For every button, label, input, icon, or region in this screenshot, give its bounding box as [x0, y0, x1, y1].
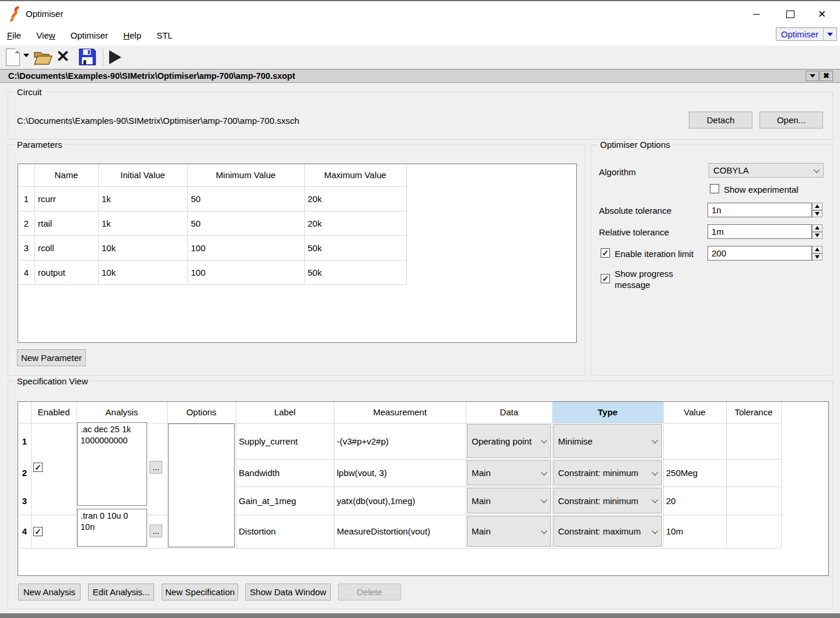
type-select[interactable]: Constraint: minimum [553, 488, 662, 513]
analysis-enabled-checkbox[interactable]: ✓ [33, 527, 43, 536]
type-select[interactable]: Constraint: minimum [553, 460, 662, 485]
spec-value-cell[interactable]: 20 [666, 487, 676, 515]
spec-measurement-cell[interactable]: lpbw(vout, 3) [337, 459, 387, 487]
app-logo-icon [8, 6, 22, 22]
chevron-down-icon [541, 497, 547, 503]
chevron-down-icon[interactable] [824, 33, 836, 36]
run-button[interactable] [109, 50, 121, 64]
iteration-limit-spinner[interactable] [812, 246, 822, 261]
param-min-cell[interactable]: 50 [191, 211, 201, 235]
pathbar-dropdown-button[interactable] [806, 71, 819, 81]
spec-label-cell[interactable]: Bandwidth [239, 459, 280, 487]
detach-button[interactable]: Detach [689, 112, 752, 129]
type-select[interactable]: Minimise [553, 424, 662, 458]
spin-down-icon[interactable] [812, 232, 822, 239]
maximize-button[interactable] [777, 5, 804, 23]
chevron-down-icon [651, 527, 658, 533]
data-value: Main [472, 526, 491, 536]
document-selector-dropdown[interactable]: Optimiser [776, 27, 837, 41]
minimize-button[interactable] [743, 5, 770, 23]
new-document-dropdown-arrow[interactable] [23, 54, 29, 57]
save-button[interactable] [78, 48, 96, 66]
row-number: 3 [18, 235, 34, 260]
algorithm-label: Algorithm [599, 167, 636, 177]
param-max-cell[interactable]: 50k [308, 260, 322, 284]
specification-table[interactable]: Enabled Analysis Options Label Measureme… [18, 401, 829, 576]
spin-up-icon[interactable] [812, 203, 822, 210]
row-number: 2 [18, 211, 34, 235]
new-specification-button[interactable]: New Specification [162, 584, 238, 600]
close-document-button[interactable]: ✕ [56, 47, 69, 67]
data-select[interactable]: Main [467, 516, 551, 547]
analysis-enabled-checkbox[interactable]: ✓ [33, 463, 43, 472]
type-select[interactable]: Constraint: maximum [553, 516, 662, 547]
analysis-definition-tran[interactable]: .tran 0 10u 0 10n [77, 509, 147, 547]
relative-tolerance-input[interactable]: 1m [707, 224, 812, 239]
spec-label-cell[interactable]: Gain_at_1meg [239, 487, 296, 515]
data-select[interactable]: Main [467, 488, 551, 513]
options-edit-box[interactable] [168, 423, 235, 547]
param-min-cell[interactable]: 100 [191, 260, 205, 284]
row-number: 4 [18, 515, 31, 548]
column-header-label: Label [236, 402, 334, 423]
spec-measurement-cell[interactable]: yatx(db(vout),1meg) [337, 487, 415, 515]
menu-file[interactable]: File [0, 26, 27, 44]
analysis-edit-more-button[interactable]: ... [149, 525, 162, 537]
param-min-cell[interactable]: 50 [191, 186, 201, 211]
spec-label-cell[interactable]: Distortion [239, 515, 276, 548]
row-number: 4 [18, 260, 34, 284]
data-select[interactable]: Operating point [467, 424, 551, 458]
show-progress-checkbox[interactable]: ✓ [601, 274, 610, 283]
spec-value-cell[interactable]: 10m [666, 515, 683, 548]
open-button[interactable]: Open... [759, 112, 823, 129]
absolute-tolerance-spinner[interactable] [812, 203, 822, 217]
menu-help[interactable]: Help [117, 26, 148, 44]
param-initial-cell[interactable]: 10k [102, 235, 116, 260]
param-initial-cell[interactable]: 1k [102, 186, 111, 211]
spec-measurement-cell[interactable]: MeasureDistortion(vout) [337, 515, 430, 548]
menu-view[interactable]: View [30, 26, 61, 44]
algorithm-select[interactable]: COBYLA [709, 163, 824, 178]
param-initial-cell[interactable]: 10k [102, 260, 116, 284]
show-progress-label-line1: Show progress [615, 269, 673, 279]
show-data-window-button[interactable]: Show Data Window [245, 584, 331, 600]
new-analysis-button[interactable]: New Analysis [18, 584, 81, 600]
param-name-cell[interactable]: rtail [38, 211, 52, 235]
menu-optimiser[interactable]: Optimiser [64, 26, 114, 44]
spec-value-cell[interactable]: 250Meg [666, 459, 698, 487]
data-select[interactable]: Main [467, 460, 551, 485]
param-name-cell[interactable]: rcurr [38, 186, 56, 211]
iteration-limit-input[interactable]: 200 [707, 246, 812, 261]
menu-stl[interactable]: STL [150, 26, 179, 44]
specification-view-groupbox: Specification View Enabled Analysis Opti… [8, 381, 833, 609]
relative-tolerance-spinner[interactable] [812, 224, 822, 239]
spin-down-icon[interactable] [812, 210, 822, 218]
parameters-table[interactable]: Name Initial Value Minimum Value Maximum… [18, 164, 577, 343]
absolute-tolerance-input[interactable]: 1n [707, 203, 812, 217]
spin-down-icon[interactable] [812, 254, 822, 261]
new-parameter-button[interactable]: New Parameter [17, 349, 86, 366]
spin-up-icon[interactable] [812, 224, 822, 232]
param-max-cell[interactable]: 50k [308, 235, 322, 260]
close-button[interactable]: ✕ [808, 5, 835, 23]
param-name-cell[interactable]: routput [38, 260, 65, 284]
new-document-button[interactable] [6, 48, 20, 66]
param-min-cell[interactable]: 100 [191, 235, 205, 260]
spin-up-icon[interactable] [812, 246, 822, 254]
pathbar-close-button[interactable]: ✖ [820, 71, 833, 81]
param-max-cell[interactable]: 20k [308, 186, 322, 211]
spec-label-cell[interactable]: Supply_current [239, 423, 298, 459]
edit-analysis-button[interactable]: Edit Analysis... [88, 584, 154, 600]
param-max-cell[interactable]: 20k [308, 211, 322, 235]
absolute-tolerance-label: Absolute tolerance [599, 206, 671, 216]
enable-iteration-limit-checkbox[interactable]: ✓ [601, 248, 610, 258]
analysis-edit-more-button[interactable]: ... [149, 461, 162, 474]
show-experimental-checkbox[interactable] [710, 184, 719, 193]
param-name-cell[interactable]: rcoll [38, 235, 54, 260]
analysis-definition-ac[interactable]: .ac dec 25 1k 1000000000 [77, 422, 147, 506]
spec-measurement-cell[interactable]: -(v3#p+v2#p) [337, 423, 389, 459]
close-icon: ✕ [818, 9, 826, 19]
open-folder-button[interactable] [33, 50, 53, 65]
chevron-down-icon [651, 437, 658, 443]
param-initial-cell[interactable]: 1k [102, 211, 111, 235]
